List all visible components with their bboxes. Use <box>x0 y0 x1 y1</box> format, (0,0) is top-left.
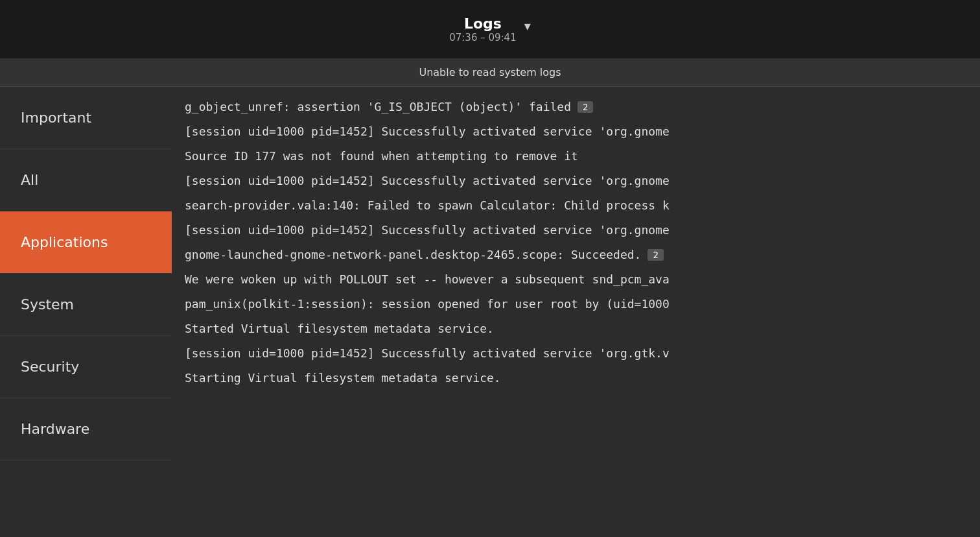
logs-time-range: 07:36 – 09:41 <box>449 32 517 43</box>
log-line: Started Virtual filesystem metadata serv… <box>172 316 980 341</box>
main-content: Important All Applications System Securi… <box>0 87 980 537</box>
sidebar-item-system[interactable]: System <box>0 274 172 336</box>
log-line-text: [session uid=1000 pid=1452] Successfully… <box>185 126 670 137</box>
log-line: pam_unix(polkit-1:session): session open… <box>172 292 980 316</box>
sidebar-item-hardware[interactable]: Hardware <box>0 398 172 460</box>
log-line-text: pam_unix(polkit-1:session): session open… <box>185 298 670 310</box>
sidebar-item-label: Applications <box>21 234 108 250</box>
log-line: g_object_unref: assertion 'G_IS_OBJECT (… <box>172 95 980 119</box>
logs-title: Logs <box>464 16 502 32</box>
sidebar-item-security[interactable]: Security <box>0 336 172 398</box>
log-line-text: [session uid=1000 pid=1452] Successfully… <box>185 224 670 236</box>
log-line: Starting Virtual filesystem metadata ser… <box>172 366 980 390</box>
log-badge: 2 <box>648 249 663 261</box>
log-line: We were woken up with POLLOUT set -- how… <box>172 267 980 292</box>
log-line: [session uid=1000 pid=1452] Successfully… <box>172 341 980 366</box>
sidebar-item-label: Security <box>21 359 79 375</box>
dropdown-icon[interactable]: ▾ <box>524 18 531 34</box>
sidebar-item-important[interactable]: Important <box>0 87 172 149</box>
log-line: Source ID 177 was not found when attempt… <box>172 144 980 169</box>
log-line: [session uid=1000 pid=1452] Successfully… <box>172 119 980 144</box>
log-line: gnome-launched-gnome-network-panel.deskt… <box>172 243 980 267</box>
log-line-text: g_object_unref: assertion 'G_IS_OBJECT (… <box>185 101 571 113</box>
logs-title-block: Logs 07:36 – 09:41 <box>449 16 517 43</box>
sidebar-item-label: Hardware <box>21 421 89 437</box>
log-content: g_object_unref: assertion 'G_IS_OBJECT (… <box>172 87 980 537</box>
top-bar: Logs 07:36 – 09:41 ▾ <box>0 0 980 58</box>
log-line: [session uid=1000 pid=1452] Successfully… <box>172 218 980 243</box>
log-line-text: Started Virtual filesystem metadata serv… <box>185 323 494 335</box>
sidebar-item-applications[interactable]: Applications <box>0 211 172 274</box>
sidebar-item-label: Important <box>21 110 91 126</box>
log-line-text: [session uid=1000 pid=1452] Successfully… <box>185 348 670 359</box>
log-line-text: Starting Virtual filesystem metadata ser… <box>185 372 501 384</box>
log-badge: 2 <box>578 101 593 113</box>
log-line-text: Source ID 177 was not found when attempt… <box>185 150 578 162</box>
log-line-text: We were woken up with POLLOUT set -- how… <box>185 274 670 285</box>
log-line-text: search-provider.vala:140: Failed to spaw… <box>185 200 670 211</box>
log-line-text: [session uid=1000 pid=1452] Successfully… <box>185 175 670 187</box>
sidebar-item-label: System <box>21 296 74 313</box>
sidebar: Important All Applications System Securi… <box>0 87 172 537</box>
status-bar: Unable to read system logs <box>0 58 980 87</box>
status-message: Unable to read system logs <box>419 66 561 78</box>
log-line: search-provider.vala:140: Failed to spaw… <box>172 193 980 218</box>
top-bar-content: Logs 07:36 – 09:41 ▾ <box>449 16 531 43</box>
log-line-text: gnome-launched-gnome-network-panel.deskt… <box>185 249 641 261</box>
sidebar-item-label: All <box>21 172 38 188</box>
sidebar-item-all[interactable]: All <box>0 149 172 211</box>
log-line: [session uid=1000 pid=1452] Successfully… <box>172 169 980 193</box>
